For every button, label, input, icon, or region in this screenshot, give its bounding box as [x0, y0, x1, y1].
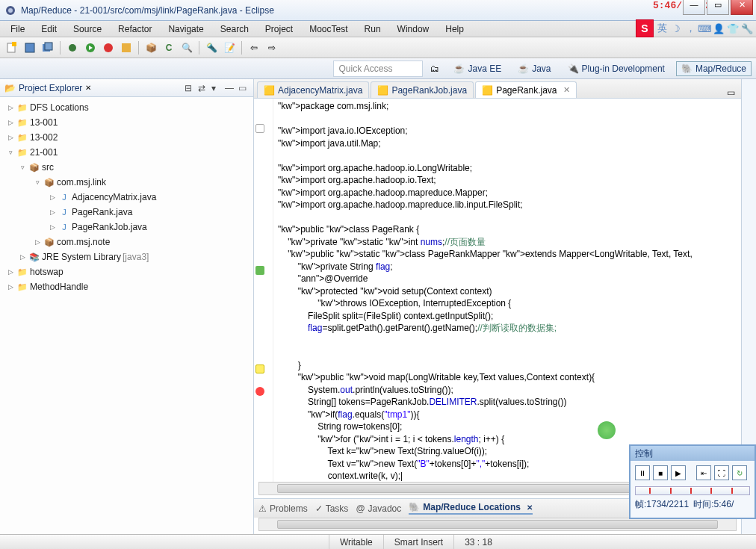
menu-source[interactable]: Source — [66, 22, 109, 36]
fold-collapse-icon[interactable] — [255, 124, 264, 133]
tree-item[interactable]: ▷📁13-001 — [1, 115, 252, 130]
menu-search[interactable]: Search — [213, 22, 256, 36]
tab-javadoc[interactable]: @Javadoc — [356, 503, 401, 514]
maximize-button[interactable]: ▭ — [707, 0, 729, 15]
close-button[interactable]: ✕ — [731, 0, 753, 15]
stop-button[interactable]: ■ — [653, 465, 668, 480]
menu-refactor[interactable]: Refactor — [111, 22, 159, 36]
pause-button[interactable]: ⏸ — [635, 465, 650, 480]
tree-item[interactable]: ▷📁13-002 — [1, 130, 252, 145]
coverage-button[interactable] — [119, 40, 134, 55]
run-last-button[interactable] — [101, 40, 116, 55]
wrench-icon[interactable]: 🔧 — [741, 22, 753, 34]
twisty-icon[interactable]: ▷ — [6, 104, 15, 111]
tab-tasks[interactable]: ✓Tasks — [315, 503, 349, 514]
recorder-panel[interactable]: 控制 ⏸ ■ ▶ ⇤ ⛶ ↻ 帧:1734/2211 时间:5:46/ — [629, 444, 756, 519]
menu-help[interactable]: Help — [438, 22, 471, 36]
debug-button[interactable] — [65, 40, 80, 55]
save-all-button[interactable] — [40, 40, 55, 55]
twisty-icon[interactable]: ▷ — [6, 268, 15, 276]
twisty-icon[interactable]: ▿ — [33, 179, 42, 186]
new-button[interactable] — [4, 40, 19, 55]
collapse-all-icon[interactable]: ⊟ — [185, 83, 195, 93]
recorder-title[interactable]: 控制 — [630, 446, 755, 461]
menu-navigate[interactable]: Navigate — [161, 22, 211, 36]
project-tree[interactable]: ▷📁DFS Locations▷📁13-001▷📁13-002▿📁21-001▿… — [0, 97, 253, 534]
view-menu-icon[interactable]: ▾ — [211, 83, 222, 93]
tree-item[interactable]: ▷JAdjacencyMatrix.java — [1, 190, 252, 205]
fullscreen-button[interactable]: ⛶ — [714, 465, 729, 480]
tree-item[interactable]: ▷JPageRank.java — [1, 205, 252, 220]
tree-item[interactable]: ▿📦com.msj.link — [1, 175, 252, 190]
twisty-icon[interactable]: ▷ — [48, 208, 57, 216]
quick-access-input[interactable]: Quick Access — [333, 61, 423, 77]
save-button[interactable] — [22, 40, 37, 55]
twisty-icon[interactable]: ▷ — [6, 119, 15, 126]
twisty-icon[interactable]: ▷ — [6, 283, 15, 291]
maximize-view-icon[interactable]: ▭ — [238, 83, 249, 93]
tree-item[interactable]: ▷📁DFS Locations — [1, 100, 252, 115]
annotation-button[interactable]: 📝 — [222, 40, 237, 55]
minimize-button[interactable]: — — [683, 0, 705, 15]
menu-run[interactable]: Run — [357, 22, 388, 36]
ime-lang[interactable]: 英 — [656, 22, 668, 34]
punct-icon[interactable]: ， — [684, 22, 696, 34]
menu-window[interactable]: Window — [390, 22, 437, 36]
step-back-button[interactable]: ⇤ — [696, 465, 711, 480]
twisty-icon[interactable]: ▿ — [6, 149, 15, 156]
perspective-java-ee[interactable]: ☕Java EE — [448, 61, 506, 76]
open-type-button[interactable]: 🔍 — [179, 40, 194, 55]
twisty-icon[interactable]: ▷ — [18, 253, 27, 261]
code-editor[interactable]: "kw">package com.msj.link; "kw">import j… — [254, 99, 741, 482]
menu-project[interactable]: Project — [258, 22, 300, 36]
back-button[interactable]: ⇦ — [247, 40, 261, 55]
twisty-icon[interactable]: ▷ — [33, 238, 42, 246]
moon-icon[interactable]: ☽ — [670, 22, 682, 34]
menu-mooctest[interactable]: MoocTest — [302, 22, 355, 36]
search-button[interactable]: 🔦 — [204, 40, 219, 55]
link-editor-icon[interactable]: ⇄ — [198, 83, 208, 93]
new-package-button[interactable]: 📦 — [143, 40, 158, 55]
forward-button[interactable]: ⇨ — [264, 40, 279, 55]
editor-gutter[interactable] — [254, 99, 273, 482]
user-icon[interactable]: 👤 — [713, 22, 725, 34]
menu-file[interactable]: File — [3, 22, 32, 36]
close-tab-icon[interactable]: ✕ — [563, 85, 570, 95]
tree-item[interactable]: ▷📦com.msj.note — [1, 235, 252, 249]
tab-pagerank[interactable]: 🟨PageRank.java✕ — [475, 81, 576, 98]
tab-adjacency[interactable]: 🟨AdjacencyMatrix.java — [257, 81, 369, 98]
tree-item[interactable]: ▷📁MethodHandle — [1, 279, 252, 294]
code-content[interactable]: "kw">package com.msj.link; "kw">import j… — [273, 99, 741, 482]
play-button[interactable]: ▶ — [671, 465, 686, 480]
twisty-icon[interactable]: ▿ — [18, 164, 27, 171]
twisty-icon[interactable]: ▷ — [48, 193, 57, 201]
run-button[interactable] — [83, 40, 98, 55]
open-perspective-icon[interactable]: 🗂 — [427, 61, 442, 76]
keyboard-icon[interactable]: ⌨ — [698, 22, 710, 34]
menu-edit[interactable]: Edit — [34, 22, 64, 36]
twisty-icon[interactable]: ▷ — [48, 223, 57, 231]
skin-icon[interactable]: 👕 — [727, 22, 739, 34]
refresh-button[interactable]: ↻ — [732, 465, 747, 480]
tree-item[interactable]: ▷📚JRE System Library [java3] — [1, 249, 252, 264]
close-view-icon[interactable]: ✕ — [85, 84, 91, 92]
tab-problems[interactable]: ⚠Problems — [258, 503, 308, 514]
tree-item[interactable]: ▿📦src — [1, 160, 252, 175]
tree-item[interactable]: ▷JPageRankJob.java — [1, 220, 252, 235]
twisty-icon[interactable]: ▷ — [6, 134, 15, 141]
close-tab-icon[interactable]: ✕ — [527, 503, 533, 512]
maximize-editor-icon[interactable]: ▭ — [727, 87, 735, 98]
tree-item[interactable]: ▷📁hotswap — [1, 264, 252, 279]
sogou-icon[interactable]: S — [636, 19, 654, 37]
tree-item[interactable]: ▿📁21-001 — [1, 145, 252, 160]
minimize-view-icon[interactable]: — — [225, 83, 235, 93]
tab-mapreduce-locations[interactable]: 🐘Map/Reduce Locations✕ — [409, 502, 533, 515]
new-class-button[interactable]: C — [161, 40, 176, 55]
bottom-hscrollbar[interactable] — [258, 518, 737, 531]
scrollbar-thumb[interactable] — [277, 520, 718, 529]
perspective-plugin[interactable]: 🔌Plug-in Development — [563, 61, 670, 76]
recorder-timeline[interactable] — [635, 486, 750, 495]
tab-pagerankjob[interactable]: 🟨PageRankJob.java — [371, 81, 474, 98]
perspective-mapreduce[interactable]: 🐘Map/Reduce — [676, 61, 752, 76]
perspective-java[interactable]: ☕Java — [512, 61, 556, 76]
